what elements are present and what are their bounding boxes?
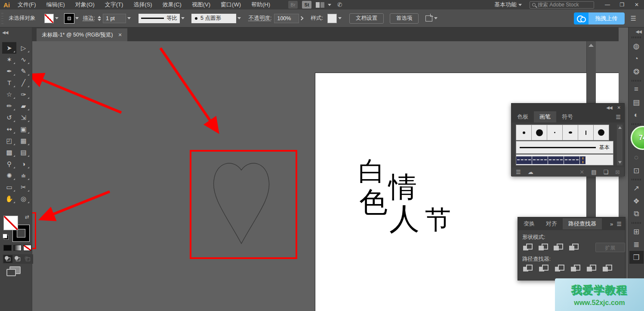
shaper-tool[interactable]: ✏ [2, 100, 16, 112]
brush-swatch[interactable] [593, 125, 609, 140]
menu-file[interactable]: 文件(F) [18, 1, 36, 9]
swap-fill-stroke-icon[interactable]: ⇄ [25, 214, 29, 220]
panel-more-icon[interactable]: » [610, 221, 613, 227]
panel-close-icon[interactable]: ✕ [617, 105, 621, 110]
column-graph-tool[interactable]: ılı [16, 170, 31, 181]
width-tool[interactable]: ↭ [2, 123, 16, 135]
mesh-tool[interactable]: ▩ [2, 146, 16, 158]
brush-swatch[interactable] [547, 125, 563, 140]
eraser-tool[interactable]: ▰ [16, 100, 31, 112]
cc-libraries-icon[interactable]: ☁ [528, 169, 533, 175]
opacity-field[interactable]: 100% [274, 14, 299, 23]
pathfinder-panel-icon[interactable]: ❒ [629, 251, 644, 264]
artboards-panel-icon[interactable]: ⧉ [629, 207, 644, 220]
tab-swatches[interactable]: 色板 [512, 111, 534, 122]
adobe-stock-search-input[interactable]: 搜索 Adobe Stock [530, 1, 594, 9]
default-fill-stroke-icon[interactable] [3, 234, 9, 240]
share-screen-icon[interactable]: ✆ [337, 1, 342, 8]
line-segment-tool[interactable]: ╱ [16, 77, 31, 88]
perspective-grid-tool[interactable]: ▦ [16, 135, 31, 146]
merge-button[interactable] [555, 265, 564, 272]
gradient-panel-icon[interactable]: ▤ [629, 96, 644, 109]
tab-symbols[interactable]: 符号 [556, 111, 579, 122]
style-caret-icon[interactable] [338, 17, 342, 19]
transparency-panel-icon[interactable]: ◐ [629, 109, 644, 122]
brush-definition[interactable]: 5 点圆形 [191, 14, 236, 23]
fill-swatch-large[interactable] [3, 216, 18, 230]
gradient-tool[interactable]: ▤ [16, 146, 31, 158]
menu-view[interactable]: 视图(V) [192, 1, 210, 9]
isolate-caret-icon[interactable] [434, 17, 438, 19]
minus-back-button[interactable] [603, 265, 611, 272]
menu-object[interactable]: 对象(O) [75, 1, 95, 9]
brush-swatch[interactable] [516, 125, 532, 140]
remove-brush-stroke-icon[interactable]: ✕ [579, 169, 584, 175]
symbol-sprayer-tool[interactable]: ✺ [2, 170, 16, 181]
workspace-switcher[interactable]: 基本功能 [494, 1, 522, 9]
brush-definition-caret-icon[interactable] [237, 17, 241, 19]
align-panel-icon[interactable]: ≣ [629, 238, 644, 251]
style-swatch[interactable] [327, 14, 337, 23]
rotate-tool[interactable]: ↺ [2, 112, 16, 123]
upload-list-icon[interactable]: ☰ [631, 15, 636, 22]
pen-tool[interactable]: ✒ [2, 65, 16, 77]
draw-normal-button[interactable] [3, 255, 12, 263]
selection-tool[interactable]: ➤ [2, 42, 16, 54]
document-setup-button[interactable]: 文档设置 [349, 13, 384, 24]
export-panel-icon[interactable]: ↗ [629, 182, 644, 195]
menu-select[interactable]: 选择(S) [133, 1, 152, 9]
curvature-tool[interactable]: ✎ [16, 65, 31, 77]
variable-width-profile[interactable]: 等比 [139, 14, 180, 23]
restore-button[interactable]: ❐ [615, 0, 629, 9]
artboard-tool[interactable]: ▭ [2, 181, 16, 193]
outline-button[interactable] [587, 265, 595, 272]
panel-menu-icon[interactable]: ☰ [616, 114, 621, 120]
brush-swatch[interactable] [562, 125, 578, 140]
exclude-button[interactable] [569, 244, 577, 251]
scroll-up-icon[interactable] [589, 44, 594, 47]
document-tab[interactable]: 未标题-1* @ 50% (RGB/预览) ✕ [37, 28, 127, 41]
tab-close-icon[interactable]: ✕ [118, 32, 122, 38]
lasso-tool[interactable]: ∿ [16, 54, 31, 65]
stroke-dropdown-caret-icon[interactable] [75, 17, 79, 19]
fill-none-swatch[interactable] [44, 14, 54, 23]
minimize-button[interactable]: — [600, 0, 615, 9]
stock-button[interactable]: St [302, 1, 311, 9]
variable-width-caret-icon[interactable] [181, 17, 185, 19]
stroke-weight-caret-icon[interactable] [127, 17, 131, 19]
stroke-weight-label[interactable]: 描边: [83, 15, 95, 22]
expand-button[interactable]: 扩展 [595, 243, 625, 252]
shape-builder-tool[interactable]: ◰ [2, 135, 16, 146]
brush-libraries-icon[interactable]: ☰ [516, 169, 521, 175]
crop-button[interactable] [571, 265, 579, 272]
stroke-panel-icon[interactable]: ≡ [629, 83, 644, 96]
stroke-color-swatch[interactable] [65, 14, 74, 23]
screen-mode-button[interactable] [9, 266, 21, 274]
brush-options-icon[interactable]: ▤ [591, 169, 596, 175]
bridge-button[interactable]: Br [288, 1, 298, 9]
tab-transform[interactable]: 变换 [518, 218, 540, 229]
drag-upload-button[interactable]: 拖拽上传 [589, 12, 625, 24]
unite-button[interactable] [523, 244, 531, 251]
tab-brushes[interactable]: 画笔 [534, 111, 556, 122]
type-tool[interactable]: T [2, 77, 16, 88]
magic-wand-tool[interactable]: ✶ [2, 54, 16, 65]
close-button[interactable]: ✕ [629, 0, 644, 9]
brush-scrollbar[interactable] [617, 125, 622, 165]
divide-button[interactable] [523, 265, 532, 272]
layers-panel-icon[interactable]: ❖ [629, 195, 644, 207]
star-tool[interactable]: ☆ [2, 88, 16, 100]
intersect-button[interactable] [554, 244, 562, 251]
gradient-button[interactable] [13, 245, 22, 251]
recolor-artwork-icon[interactable]: ❂ [629, 65, 644, 78]
symbols-panel-icon[interactable]: ◌ [629, 151, 644, 164]
brush-swatch[interactable] [531, 125, 547, 140]
heart-path[interactable] [203, 157, 280, 246]
cloud-upload-icon[interactable] [574, 12, 589, 24]
draw-inside-button[interactable] [23, 255, 32, 263]
eyedropper-tool[interactable]: ⚲ [2, 158, 16, 170]
paintbrush-tool[interactable]: ✑ [16, 88, 31, 100]
stroke-weight-field[interactable]: 1 pt [103, 14, 126, 23]
slice-tool[interactable]: ✂ [16, 181, 31, 193]
menu-effect[interactable]: 效果(C) [163, 1, 182, 9]
